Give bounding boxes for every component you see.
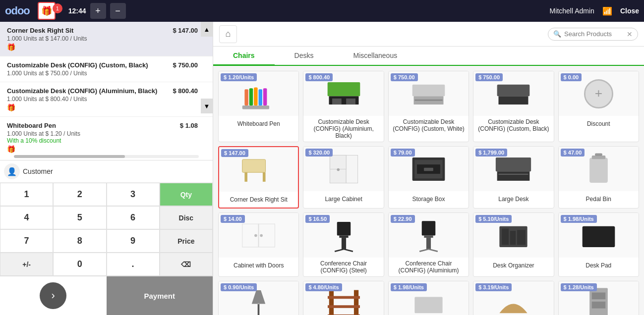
home-button[interactable]: ⌂ (219, 25, 237, 43)
admin-name: Mitchell Admin (550, 7, 594, 15)
decimal-button[interactable]: . (107, 253, 160, 276)
product-card[interactable]: $ 750.00 Customizable Desk (CONFIG) (Cus… (473, 71, 554, 142)
svg-point-37 (260, 234, 263, 237)
order-item-name: Customizable Desk (CONFIG) (Custom, Blac… (7, 61, 169, 69)
product-name: Customizable Desk (CONFIG) (Custom, Blac… (473, 116, 553, 135)
payment-button[interactable]: Payment (144, 292, 175, 300)
right-panel: ⌂ 🔍 ✕ ChairsDesksMiscellaneous $ 1.20/Un… (213, 22, 644, 315)
product-name: Cabinet with Doors (219, 258, 298, 273)
left-panel: ▲ Corner Desk Right Sit $ 147.00 1.000 U… (0, 22, 213, 315)
gift-icon: 🎁 (7, 104, 198, 111)
num-5[interactable]: 5 (53, 206, 106, 229)
num-0[interactable]: 0 (53, 253, 106, 276)
product-card[interactable]: $ 320.00 Large Cabinet (303, 146, 384, 209)
num-9[interactable]: 9 (107, 229, 160, 253)
price-button[interactable]: Price (160, 229, 213, 253)
order-item-name: Whiteboard Pen (7, 122, 176, 129)
order-item[interactable]: Whiteboard Pen $ 1.08 1.000 Units at $ 1… (0, 117, 213, 153)
product-card[interactable]: $ 47.00 Pedal Bin (558, 146, 639, 209)
scroll-down-arrow[interactable]: ▼ (201, 99, 213, 113)
plusminus-button[interactable]: +/- (0, 253, 53, 276)
num-7[interactable]: 7 (0, 229, 53, 253)
product-price-badge: $ 22.90 (391, 215, 415, 223)
remove-order-button[interactable]: − (110, 3, 126, 19)
numpad-grid: 1 2 3 Qty 4 5 6 Disc 7 8 9 Price +/- 0 .… (0, 183, 213, 276)
search-input[interactable] (564, 30, 624, 38)
product-price-badge: $ 1.28/Units (561, 283, 597, 291)
num-4[interactable]: 4 (0, 206, 53, 229)
product-card[interactable]: $ 750.00 Customizable Desk (CONFIG) (Cus… (388, 71, 469, 142)
product-price-badge: $ 47.00 (561, 149, 585, 157)
num-6[interactable]: 6 (107, 206, 160, 229)
product-card[interactable]: $ 16.50 Conference Chair (CONFIG) (Steel… (303, 212, 384, 277)
svg-rect-56 (329, 290, 333, 315)
svg-rect-39 (339, 235, 348, 238)
product-name: Whiteboard Pen (219, 116, 298, 132)
product-card[interactable]: $ 1.98/Units Item 3 (388, 281, 469, 315)
customer-row[interactable]: 👤 Customer (0, 160, 213, 183)
order-item[interactable]: Customizable Desk (CONFIG) (Custom, Blac… (0, 56, 213, 82)
product-name: Discount (559, 116, 639, 132)
product-card[interactable]: $ 14.00 Cabinet with Doors (218, 212, 299, 277)
product-card[interactable]: $ 1,799.00 Large Desk (473, 146, 554, 209)
svg-point-36 (254, 234, 257, 237)
product-price-badge: $ 3.19/Units (475, 283, 512, 291)
num-2[interactable]: 2 (53, 183, 106, 206)
svg-rect-18 (245, 172, 248, 182)
qty-button[interactable]: Qty (160, 183, 213, 206)
add-order-button[interactable]: + (90, 3, 106, 19)
product-name: Customizable Desk (CONFIG) (Aluminium, B… (303, 116, 383, 142)
wifi-icon: 📶 (602, 6, 612, 16)
svg-rect-6 (327, 82, 360, 96)
category-tab-chairs[interactable]: Chairs (213, 47, 275, 66)
scroll-up-arrow[interactable]: ▲ (201, 22, 213, 37)
payment-arrow-button[interactable]: › (40, 282, 66, 309)
product-price-badge: $ 14.00 (221, 215, 245, 223)
svg-rect-14 (499, 96, 528, 105)
product-card[interactable]: $ 1.28/Units Item 5 (558, 281, 639, 315)
search-icon: 🔍 (553, 30, 561, 38)
product-card[interactable]: $ 147.00 Corner Desk Right Sit (218, 146, 299, 209)
category-tab-desks[interactable]: Desks (275, 47, 334, 66)
product-card[interactable]: $ 22.90 Conference Chair (CONFIG) (Alumi… (388, 212, 469, 277)
order-item[interactable]: Corner Desk Right Sit $ 147.00 1.000 Uni… (0, 22, 213, 56)
backspace-button[interactable]: ⌫ (160, 253, 213, 276)
svg-rect-44 (424, 235, 433, 238)
num-1[interactable]: 1 (0, 183, 53, 206)
product-card[interactable]: $ 4.80/Units Shelf (303, 281, 384, 315)
svg-rect-61 (414, 297, 442, 313)
product-price-badge: $ 800.40 (305, 73, 333, 81)
order-item-name: Corner Desk Right Sit (7, 27, 169, 34)
order-item-detail: 1.000 Units at $ 1.20 / Units (7, 130, 198, 137)
svg-line-46 (419, 249, 428, 252)
product-name: Desk Organizer (473, 258, 553, 273)
product-card[interactable]: $ 0.90/Units Floor Lamp (218, 281, 299, 315)
products-area: $ 1.20/Units Whiteboard Pen $ 800.40 Cus… (213, 66, 644, 315)
time-display: 12:44 (68, 7, 86, 15)
close-button[interactable]: Close (620, 7, 639, 15)
category-tab-misc[interactable]: Miscellaneous (333, 47, 417, 66)
num-3[interactable]: 3 (107, 183, 160, 206)
disc-button[interactable]: Disc (160, 206, 213, 229)
product-card[interactable]: $ 3.19/Units Item 4 (473, 281, 554, 315)
order-item-detail: 1.000 Units at $ 750.00 / Units (7, 70, 198, 77)
product-card[interactable]: $ 79.00 Storage Box (388, 146, 469, 209)
product-card[interactable]: $ 1.20/Units Whiteboard Pen (218, 71, 299, 142)
product-card[interactable]: $ 0.00 + Discount (558, 71, 639, 142)
product-price-badge: $ 1,799.00 (475, 149, 507, 157)
product-name: Large Desk (473, 191, 553, 207)
order-item-detail: 1.000 Units at $ 147.00 / Units (7, 35, 198, 42)
search-close-icon[interactable]: ✕ (627, 30, 633, 38)
num-8[interactable]: 8 (53, 229, 106, 253)
product-card[interactable]: $ 800.40 Customizable Desk (CONFIG) (Alu… (303, 71, 384, 142)
category-tabs: ChairsDesksMiscellaneous (213, 47, 644, 66)
product-card[interactable]: $ 5.10/Units Desk Organizer (473, 212, 554, 277)
svg-rect-53 (258, 304, 260, 315)
svg-rect-0 (245, 89, 249, 105)
order-item[interactable]: Customizable Desk (CONFIG) (Aluminium, B… (0, 82, 213, 117)
product-price-badge: $ 1.98/Units (391, 283, 427, 291)
product-card[interactable]: $ 1.98/Units Desk Pad (558, 212, 639, 277)
svg-rect-45 (426, 238, 431, 249)
svg-line-47 (428, 249, 437, 252)
svg-rect-57 (354, 290, 358, 315)
